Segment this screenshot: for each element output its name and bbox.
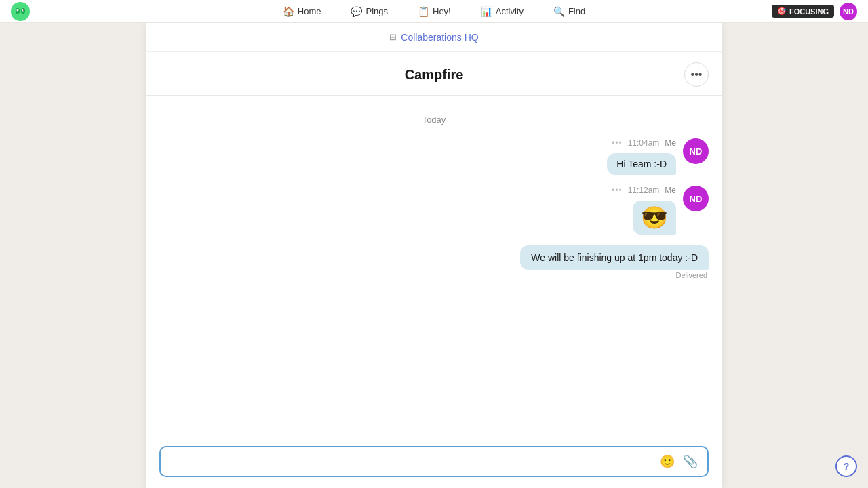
- message-bubble-1: Hi Team :-D: [607, 153, 676, 175]
- message-bubble-2: 😎: [633, 201, 676, 235]
- main-area: ⊞ Collaberations HQ Campfire ••• Today •…: [0, 23, 868, 488]
- svg-point-5: [18, 9, 18, 10]
- svg-point-6: [23, 9, 24, 10]
- chat-input-area: 🙂 📎: [146, 438, 722, 488]
- nav-label-activity: Activity: [496, 6, 524, 16]
- focusing-badge[interactable]: 🎯 FOCUSING: [772, 5, 834, 18]
- message-meta-2: ••• 11:12am Me: [612, 186, 676, 195]
- message-row-1: ••• 11:04am Me Hi Team :-D ND: [607, 138, 709, 175]
- breadcrumb-link[interactable]: Collaberations HQ: [401, 32, 478, 43]
- chat-card: ⊞ Collaberations HQ Campfire ••• Today •…: [146, 23, 722, 488]
- message-sender-2: Me: [665, 186, 676, 195]
- emoji-button[interactable]: 🙂: [658, 453, 676, 470]
- activity-icon: 📊: [481, 6, 492, 17]
- input-wrapper: 🙂 📎: [159, 446, 709, 477]
- focusing-icon: 🎯: [777, 7, 787, 16]
- nav-label-pings: Pings: [366, 6, 388, 16]
- message-group-1: ••• 11:04am Me Hi Team :-D ND: [159, 138, 709, 175]
- message-row-2: ••• 11:12am Me 😎 ND: [612, 186, 709, 235]
- chat-input[interactable]: [169, 456, 653, 467]
- user-avatar-1: ND: [683, 138, 709, 164]
- hey-icon: 📋: [418, 6, 429, 17]
- attach-icon: 📎: [683, 454, 698, 469]
- emoji-icon: 🙂: [660, 454, 675, 469]
- message-group-2: ••• 11:12am Me 😎 ND: [159, 186, 709, 235]
- top-nav: 🏠 Home 💬 Pings 📋 Hey! 📊 Activity 🔍 Find …: [0, 0, 868, 23]
- date-divider: Today: [159, 115, 709, 125]
- app-logo[interactable]: [11, 2, 30, 21]
- message-dots-2: •••: [612, 186, 623, 195]
- breadcrumb-icon: ⊞: [389, 32, 397, 42]
- delivered-text: Delivered: [676, 271, 709, 279]
- nav-label-hey: Hey!: [433, 6, 451, 16]
- message-group-last: We will be finishing up at 1pm today :-D…: [159, 245, 709, 279]
- chat-header: Campfire •••: [146, 52, 722, 96]
- user-avatar-2: ND: [683, 186, 709, 211]
- find-icon: 🔍: [553, 6, 565, 17]
- nav-item-hey[interactable]: 📋 Hey!: [414, 3, 455, 20]
- message-meta-1: ••• 11:04am Me: [612, 138, 676, 148]
- focusing-label: FOCUSING: [789, 7, 829, 16]
- message-time-2: 11:12am: [628, 186, 660, 195]
- nav-item-activity[interactable]: 📊 Activity: [477, 3, 528, 20]
- pings-icon: 💬: [351, 6, 362, 17]
- nav-item-find[interactable]: 🔍 Find: [549, 3, 589, 20]
- help-button[interactable]: ?: [835, 455, 857, 477]
- attach-button[interactable]: 📎: [682, 453, 699, 470]
- more-button[interactable]: •••: [684, 62, 709, 87]
- nav-item-home[interactable]: 🏠 Home: [279, 3, 326, 20]
- message-sender-1: Me: [665, 138, 676, 148]
- nav-label-find: Find: [568, 6, 585, 16]
- chat-messages[interactable]: Today ••• 11:04am Me Hi Team :-D ND: [146, 96, 722, 438]
- nav-right: 🎯 FOCUSING ND: [772, 3, 857, 20]
- nav-label-home: Home: [298, 6, 321, 16]
- chat-title: Campfire: [184, 67, 684, 83]
- home-icon: 🏠: [283, 6, 294, 17]
- message-dots-1: •••: [612, 138, 623, 148]
- breadcrumb-bar: ⊞ Collaberations HQ: [146, 23, 722, 52]
- nav-item-pings[interactable]: 💬 Pings: [347, 3, 392, 20]
- user-avatar-nav[interactable]: ND: [840, 3, 857, 20]
- message-time-1: 11:04am: [628, 138, 660, 148]
- last-message-bubble: We will be finishing up at 1pm today :-D: [520, 245, 709, 270]
- svg-point-0: [11, 2, 30, 21]
